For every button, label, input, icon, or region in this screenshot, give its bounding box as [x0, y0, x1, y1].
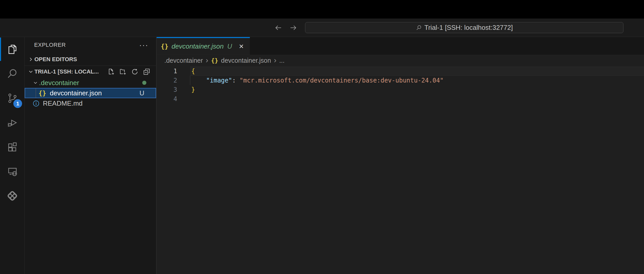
json-file-icon: {} [39, 89, 46, 97]
code-line[interactable]: 4 [157, 94, 644, 104]
tree-item-devcontainer-folder[interactable]: .devcontainer [25, 78, 156, 88]
extensions-icon [6, 141, 18, 153]
command-center[interactable]: Trial-1 [SSH: localhost:32772] [305, 22, 623, 33]
tab-bar: {} devcontainer.json U ✕ [157, 37, 644, 55]
activity-bar: 1 [0, 37, 25, 274]
activity-extensions[interactable] [0, 135, 24, 159]
activity-source-control[interactable]: 1 [0, 86, 24, 110]
tab-devcontainer-json[interactable]: {} devcontainer.json U ✕ [157, 37, 250, 55]
breadcrumb: .devcontainer › {} devcontainer.json › .… [157, 55, 644, 66]
files-icon [6, 43, 18, 55]
source-control-badge: 1 [13, 99, 22, 108]
tree-indent-guide [36, 88, 36, 98]
sidebar-title-row: EXPLORER ··· [25, 37, 156, 53]
diamond-grid-icon [6, 190, 18, 202]
breadcrumb-symbol[interactable]: ... [279, 57, 285, 64]
breadcrumb-file[interactable]: devcontainer.json [221, 57, 271, 64]
code-lines: 1{2 "image": "mcr.microsoft.com/devconta… [157, 67, 644, 104]
code-line[interactable]: 2 "image": "mcr.microsoft.com/devcontain… [157, 76, 644, 85]
new-folder-icon[interactable] [119, 68, 127, 76]
tab-git-badge: U [227, 42, 232, 50]
chevron-down-icon [27, 69, 34, 75]
chevron-separator-icon: › [274, 58, 276, 64]
file-label: devcontainer.json [50, 89, 102, 97]
chevron-down-icon [32, 80, 39, 86]
remote-explorer-icon [6, 166, 18, 177]
run-debug-icon [6, 117, 18, 129]
vscode-window: Trial-1 [SSH: localhost:32772] [0, 0, 644, 274]
more-actions-icon[interactable]: ··· [139, 44, 148, 46]
line-number: 3 [157, 85, 177, 94]
json-file-icon: {} [211, 57, 218, 64]
breadcrumb-folder[interactable]: .devcontainer [164, 57, 203, 64]
search-icon [416, 25, 422, 31]
tab-label: devcontainer.json [172, 42, 224, 50]
file-label: README.md [43, 99, 83, 107]
sidebar-title: EXPLORER [34, 42, 66, 48]
line-number: 2 [157, 76, 177, 85]
workspace-section-header[interactable]: TRIAL-1 [SSH: LOCAL... [25, 66, 156, 78]
code-line[interactable]: 3} [157, 85, 644, 94]
open-editors-section[interactable]: OPEN EDITORS [25, 53, 156, 66]
arrow-left-icon [274, 24, 282, 32]
navigate-back-button[interactable] [273, 23, 284, 33]
line-number: 1 [157, 67, 177, 76]
editor-group: {} devcontainer.json U ✕ .devcontainer ›… [157, 37, 644, 274]
line-content [190, 94, 644, 104]
git-modified-dot-badge [142, 81, 146, 85]
activity-explorer[interactable] [0, 37, 24, 61]
refresh-icon[interactable] [131, 68, 139, 76]
titlebar: Trial-1 [SSH: localhost:32772] [0, 19, 644, 37]
close-icon[interactable]: ✕ [239, 43, 244, 50]
search-icon [6, 68, 18, 80]
git-untracked-badge: U [139, 89, 144, 97]
explorer-sidebar: EXPLORER ··· OPEN EDITORS TRIAL-1 [SSH: … [25, 37, 157, 274]
navigate-forward-button[interactable] [288, 23, 299, 33]
activity-remote-explorer[interactable] [0, 159, 24, 184]
line-content: { [190, 67, 644, 76]
workspace-section-label: TRIAL-1 [SSH: LOCAL... [34, 68, 99, 75]
activity-run-debug[interactable] [0, 110, 24, 135]
open-editors-label: OPEN EDITORS [34, 56, 77, 63]
new-file-icon[interactable] [107, 68, 115, 76]
tree-item-readme[interactable]: README.md [25, 98, 156, 108]
arrow-right-icon [289, 24, 297, 32]
command-center-label: Trial-1 [SSH: localhost:32772] [424, 24, 513, 32]
activity-diamond-grid[interactable] [0, 184, 24, 208]
line-number: 4 [157, 94, 177, 104]
chevron-separator-icon: › [206, 58, 208, 64]
folder-label: .devcontainer [39, 79, 79, 87]
code-line[interactable]: 1{ [157, 67, 644, 76]
collapse-all-icon[interactable] [143, 68, 150, 76]
info-icon [33, 100, 40, 107]
line-content: "image": "mcr.microsoft.com/devcontainer… [190, 76, 644, 85]
chevron-right-icon [27, 56, 34, 62]
code-editor[interactable]: 1{2 "image": "mcr.microsoft.com/devconta… [157, 66, 644, 274]
indent-guide [190, 76, 190, 85]
json-file-icon: {} [161, 43, 168, 50]
macos-menubar-strip [0, 0, 644, 19]
section-toolbar [107, 68, 156, 76]
activity-search[interactable] [0, 61, 24, 86]
line-content: } [190, 85, 644, 94]
tree-item-devcontainer-json[interactable]: {} devcontainer.json U [25, 88, 156, 98]
